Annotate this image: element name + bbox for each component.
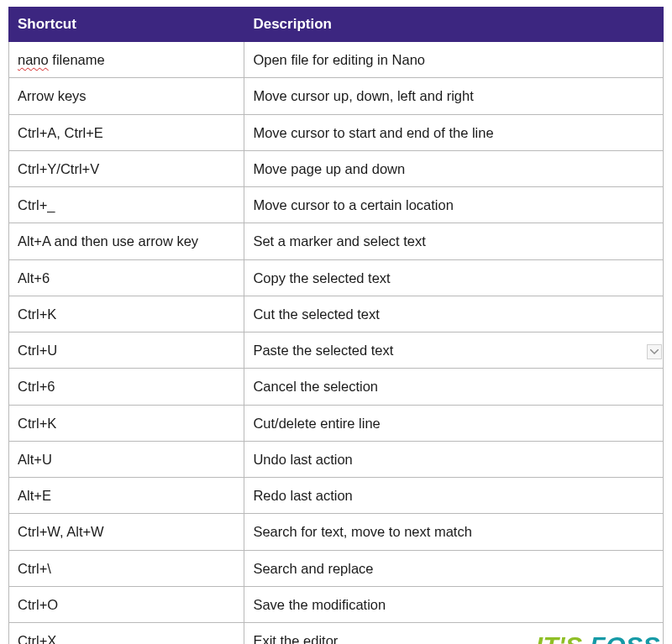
header-shortcut: Shortcut bbox=[9, 8, 244, 42]
cell-shortcut: Alt+6 bbox=[9, 259, 244, 296]
header-description: Description bbox=[244, 8, 664, 42]
table-row: Alt+A and then use arrow key Set a marke… bbox=[9, 223, 664, 259]
cell-description: Move cursor to start and end of the line bbox=[244, 114, 664, 150]
cell-shortcut: Ctrl+U bbox=[9, 332, 244, 369]
chevron-down-icon bbox=[650, 349, 659, 354]
cell-shortcut: Ctrl+O bbox=[9, 586, 244, 622]
table-row: Ctrl+K Cut/delete entire line bbox=[9, 405, 664, 441]
table-row: Alt+6 Copy the selected text bbox=[9, 259, 664, 296]
table-row: Alt+U Undo last action bbox=[9, 441, 664, 477]
cell-description: Cut the selected text bbox=[244, 296, 664, 332]
table-body: nano filename Open file for editing in N… bbox=[9, 42, 664, 645]
cell-shortcut-rest: filename bbox=[49, 52, 105, 67]
cell-description: Move page up and down bbox=[244, 150, 664, 186]
table-row: Ctrl+6 Cancel the selection bbox=[9, 369, 664, 405]
cell-description: Set a marker and select text bbox=[244, 223, 664, 259]
table-row: nano filename Open file for editing in N… bbox=[9, 42, 664, 78]
cell-description: Cancel the selection bbox=[244, 369, 664, 405]
cell-description: Exit the editor bbox=[244, 623, 664, 644]
page-wrap: Shortcut Description nano filename Open … bbox=[0, 0, 672, 644]
cell-description: Cut/delete entire line bbox=[244, 405, 664, 441]
cell-shortcut: Ctrl+K bbox=[9, 405, 244, 441]
cell-description: Open file for editing in Nano bbox=[244, 42, 664, 78]
spellcheck-underline: nano bbox=[18, 52, 49, 67]
table-row: Ctrl+W, Alt+W Search for text, move to n… bbox=[9, 514, 664, 550]
cell-shortcut: nano filename bbox=[9, 42, 244, 78]
cell-description: Search for text, move to next match bbox=[244, 514, 664, 550]
cell-description: Save the modification bbox=[244, 586, 664, 622]
table-row: Ctrl+A, Ctrl+E Move cursor to start and … bbox=[9, 114, 664, 150]
cell-shortcut: Ctrl+W, Alt+W bbox=[9, 514, 244, 550]
shortcuts-table: Shortcut Description nano filename Open … bbox=[8, 7, 664, 644]
cell-shortcut: Ctrl+\ bbox=[9, 550, 244, 586]
table-row: Ctrl+X Exit the editor bbox=[9, 623, 664, 644]
cell-shortcut: Alt+U bbox=[9, 441, 244, 477]
cell-description: Redo last action bbox=[244, 478, 664, 514]
cell-description: Copy the selected text bbox=[244, 259, 664, 296]
table-header: Shortcut Description bbox=[9, 8, 664, 42]
cell-shortcut: Ctrl+Y/Ctrl+V bbox=[9, 150, 244, 186]
table-row: Ctrl+K Cut the selected text bbox=[9, 296, 664, 332]
cell-shortcut: Arrow keys bbox=[9, 78, 244, 114]
table-row: Alt+E Redo last action bbox=[9, 478, 664, 514]
dropdown-handle[interactable] bbox=[647, 344, 662, 359]
table-header-row: Shortcut Description bbox=[9, 8, 664, 42]
cell-shortcut: Ctrl+X bbox=[9, 623, 244, 644]
cell-shortcut: Ctrl+A, Ctrl+E bbox=[9, 114, 244, 150]
cell-shortcut: Alt+A and then use arrow key bbox=[9, 223, 244, 259]
table-row: Arrow keys Move cursor up, down, left an… bbox=[9, 78, 664, 114]
cell-shortcut: Alt+E bbox=[9, 478, 244, 514]
cell-shortcut: Ctrl+_ bbox=[9, 187, 244, 223]
table-row: Ctrl+Y/Ctrl+V Move page up and down bbox=[9, 150, 664, 186]
cell-description: Search and replace bbox=[244, 550, 664, 586]
table-row: Ctrl+\ Search and replace bbox=[9, 550, 664, 586]
cell-shortcut: Ctrl+K bbox=[9, 296, 244, 332]
table-row: Ctrl+U Paste the selected text bbox=[9, 332, 664, 369]
cell-description: Move cursor up, down, left and right bbox=[244, 78, 664, 114]
table-row: Ctrl+_ Move cursor to a certain location bbox=[9, 187, 664, 223]
table-row: Ctrl+O Save the modification bbox=[9, 586, 664, 622]
cell-description: Paste the selected text bbox=[244, 332, 664, 369]
cell-description: Move cursor to a certain location bbox=[244, 187, 664, 223]
cell-description: Undo last action bbox=[244, 441, 664, 477]
cell-shortcut: Ctrl+6 bbox=[9, 369, 244, 405]
